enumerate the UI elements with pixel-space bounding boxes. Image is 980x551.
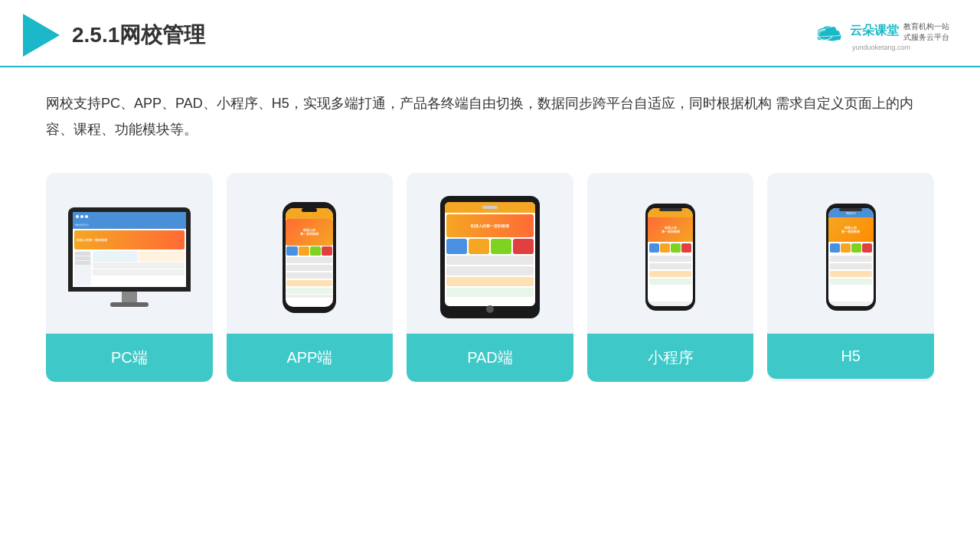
pc-monitor-icon: 网校管理平台 职涯人的第一堂职推课 [68,207,191,307]
cards-row: 网校管理平台 职涯人的第一堂职推课 [46,173,934,382]
h5-screen: 网校H5 职涯人的第一堂职推课 [828,208,874,306]
brand-logo: 云朵课堂 教育机构一站 式服务云平台 [813,20,949,43]
logo-triangle-icon [23,14,60,57]
brand-area: 云朵课堂 教育机构一站 式服务云平台 yunduoketang.com [813,20,949,51]
pad-tablet-screen: 职涯人的第一堂职推课 [445,202,535,306]
monitor-frame: 网校管理平台 职涯人的第一堂职推课 [68,207,191,292]
miniprogram-screen: ··· 职涯人的第一堂职推课 [648,208,693,306]
brand-url: yunduoketang.com [852,44,910,51]
pad-label: PAD端 [407,334,573,382]
pc-label: PC端 [46,334,213,382]
page-title: 2.5.1网校管理 [72,21,205,50]
header: 2.5.1网校管理 云朵课堂 教育机构一站 式服务云平台 yunduoketan… [0,0,980,67]
brand-name: 云朵课堂 [850,23,899,39]
h5-phone-icon: 网校H5 职涯人的第一堂职推课 [826,204,876,311]
header-left: 2.5.1网校管理 [23,14,205,57]
h5-label: H5 [767,334,934,379]
pad-tablet-icon: 职涯人的第一堂职推课 [440,196,540,318]
pc-card: 网校管理平台 职涯人的第一堂职推课 [46,173,213,382]
brand-slogan: 教育机构一站 式服务云平台 [903,21,949,43]
pad-card: 职涯人的第一堂职推课 [407,173,573,382]
miniprogram-phone-icon: ··· 职涯人的第一堂职推课 [645,204,695,311]
description-text: 网校支持PC、APP、PAD、小程序、H5，实现多端打通，产品各终端自由切换，数… [46,90,934,142]
pad-image-area: 职涯人的第一堂职推课 [407,173,573,334]
h5-image-area: 网校H5 职涯人的第一堂职推课 [767,173,934,334]
miniprogram-card: ··· 职涯人的第一堂职推课 [587,173,754,382]
monitor-screen: 网校管理平台 职涯人的第一堂职推课 [73,212,186,287]
app-card: · · · 职涯人的第一堂职推课 [227,173,394,382]
app-phone-screen: · · · 职涯人的第一堂职推课 [286,208,333,307]
app-label: APP端 [227,334,394,382]
app-image-area: · · · 职涯人的第一堂职推课 [227,173,394,334]
content-area: 网校支持PC、APP、PAD、小程序、H5，实现多端打通，产品各终端自由切换，数… [0,67,980,405]
miniprogram-image-area: ··· 职涯人的第一堂职推课 [587,173,754,334]
h5-card: 网校H5 职涯人的第一堂职推课 [767,173,934,382]
cloud-icon [813,21,845,42]
app-phone-icon: · · · 职涯人的第一堂职推课 [283,202,336,313]
miniprogram-label: 小程序 [587,334,754,382]
pc-image-area: 网校管理平台 职涯人的第一堂职推课 [46,173,213,334]
